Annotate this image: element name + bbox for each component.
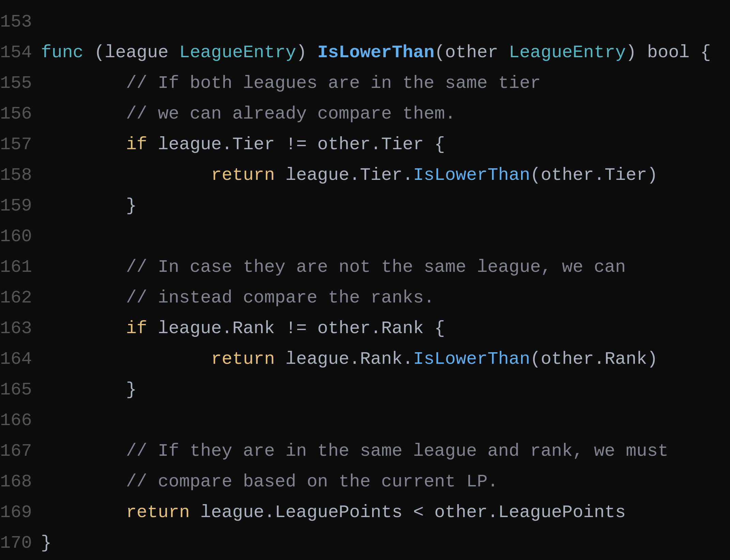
line-number: 159 [0, 191, 41, 221]
line-content: func (league LeagueEntry) IsLowerThan(ot… [41, 37, 711, 68]
code-line: 159 } [0, 191, 730, 221]
code-line: 161 // In case they are not the same lea… [0, 252, 730, 283]
line-number: 158 [0, 160, 41, 191]
line-content: } [41, 191, 137, 221]
code-line: 165 } [0, 375, 730, 405]
line-number: 169 [0, 497, 41, 528]
code-line: 171 [0, 559, 730, 560]
line-number: 168 [0, 467, 41, 497]
line-number: 166 [0, 405, 41, 436]
line-number: 160 [0, 221, 41, 252]
code-line: 157 if league.Tier != other.Tier { [0, 129, 730, 160]
line-number: 170 [0, 528, 41, 559]
code-line: 164 return league.Rank.IsLowerThan(other… [0, 344, 730, 375]
line-number: 165 [0, 375, 41, 405]
code-line: 170} [0, 528, 730, 559]
code-line: 163 if league.Rank != other.Rank { [0, 313, 730, 344]
line-content: return league.Rank.IsLowerThan(other.Ran… [41, 344, 658, 375]
code-line: 153 [0, 7, 730, 37]
line-content: // we can already compare them. [41, 99, 456, 129]
line-content: // instead compare the ranks. [41, 283, 435, 313]
code-line: 168 // compare based on the current LP. [0, 467, 730, 497]
line-number: 153 [0, 7, 41, 37]
code-line: 167 // If they are in the same league an… [0, 436, 730, 467]
line-number: 164 [0, 344, 41, 375]
line-number: 162 [0, 283, 41, 313]
line-content: } [41, 528, 51, 559]
code-line: 162 // instead compare the ranks. [0, 283, 730, 313]
line-content: if league.Tier != other.Tier { [41, 129, 445, 160]
code-line: 158 return league.Tier.IsLowerThan(other… [0, 160, 730, 191]
line-content: // In case they are not the same league,… [41, 252, 626, 283]
line-number: 155 [0, 68, 41, 99]
line-number: 157 [0, 129, 41, 160]
code-line: 156 // we can already compare them. [0, 99, 730, 129]
line-content: if league.Rank != other.Rank { [41, 313, 445, 344]
line-number: 156 [0, 99, 41, 129]
line-number: 161 [0, 252, 41, 283]
code-editor: 153154func (league LeagueEntry) IsLowerT… [0, 0, 730, 560]
code-line: 154func (league LeagueEntry) IsLowerThan… [0, 37, 730, 68]
line-content: // If both leagues are in the same tier [41, 68, 541, 99]
code-line: 160 [0, 221, 730, 252]
line-number: 167 [0, 436, 41, 467]
line-content: } [41, 375, 137, 405]
code-line: 155 // If both leagues are in the same t… [0, 68, 730, 99]
line-number: 154 [0, 37, 41, 68]
code-line: 169 return league.LeaguePoints < other.L… [0, 497, 730, 528]
line-content: // compare based on the current LP. [41, 467, 498, 497]
code-line: 166 [0, 405, 730, 436]
line-content: return league.LeaguePoints < other.Leagu… [41, 497, 626, 528]
line-content: return league.Tier.IsLowerThan(other.Tie… [41, 160, 658, 191]
line-number: 163 [0, 313, 41, 344]
line-content: // If they are in the same league and ra… [41, 436, 668, 467]
line-number: 171 [0, 559, 41, 560]
